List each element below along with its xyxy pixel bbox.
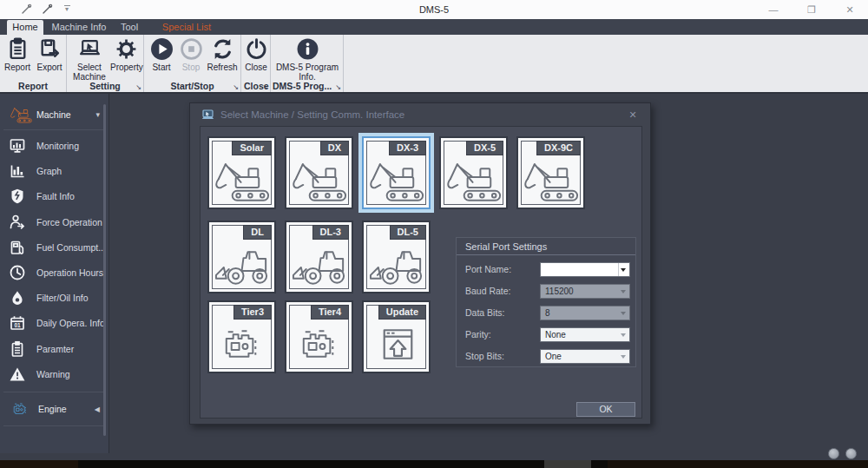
dialog-launcher-icon[interactable]: ↘ <box>135 83 141 91</box>
monitor-icon <box>9 137 26 155</box>
close-app-button-label: Close <box>245 63 267 72</box>
sidebar-item-fault-info[interactable]: Fault Info <box>0 183 108 208</box>
dialog-launcher-icon[interactable]: ↘ <box>233 83 239 91</box>
parity-label: Parity: <box>465 329 491 339</box>
maximize-button[interactable]: ❐ <box>802 0 821 19</box>
baud-rate-label: Baud Rate: <box>465 286 511 296</box>
select-machine-button-label: Select Machine <box>73 63 106 82</box>
machine-tile-solar[interactable]: Solar <box>207 136 276 209</box>
machine-tile-dx3[interactable]: DX-3 <box>362 136 431 209</box>
machine-tile-dl5[interactable]: DL-5 <box>362 221 431 293</box>
data-bits-value: 8 <box>545 308 550 318</box>
update-art <box>367 320 429 370</box>
close-button[interactable]: ✕ <box>840 0 859 19</box>
dms5-window: ▾ DMS-5 — ❐ ✕ Home Machine Info Tool Spe… <box>0 0 868 468</box>
tile-label: DL-3 <box>312 225 349 240</box>
chevron-down-icon <box>621 333 626 337</box>
machine-tile-dx9c[interactable]: DX-9C <box>516 136 585 209</box>
title-bar: ▾ DMS-5 — ❐ ✕ <box>0 0 868 19</box>
sidebar-item-parameter[interactable]: Paramter <box>0 336 108 361</box>
taskbar-segment <box>0 460 78 468</box>
sidebar-item-label: Fault Info <box>36 191 75 201</box>
chevron-down-icon <box>621 290 626 293</box>
start-button[interactable]: Start <box>148 37 175 72</box>
main-content: Machine ▾ Monitoring Graph Fa <box>0 94 868 460</box>
ribbon-tab-bar: Home Machine Info Tool Special List Mode <box>0 19 868 35</box>
dialog-close-icon[interactable]: ✕ <box>626 108 640 122</box>
stop-button: Stop <box>177 37 205 72</box>
sidebar-item-daily-operation-info[interactable]: 01 Daily Opera. Info <box>0 310 108 335</box>
ribbon-group-start-stop: Start Stop Refresh Start/Stop ↘ <box>144 35 241 92</box>
sidebar-section-engine[interactable]: Engine ◀ <box>0 395 108 423</box>
tab-home[interactable]: Home <box>7 20 43 35</box>
export-icon <box>38 37 62 61</box>
ribbon-group-start-stop-label: Start/Stop <box>144 81 240 91</box>
machine-tile-dl[interactable]: DL <box>207 221 276 293</box>
tab-special-list-mode[interactable]: Special List Mode <box>149 20 224 35</box>
refresh-icon <box>211 37 234 61</box>
sidebar-item-monitoring[interactable]: Monitoring <box>0 133 108 158</box>
tab-tool[interactable]: Tool <box>115 20 144 35</box>
property-button[interactable]: Property <box>110 37 141 72</box>
dialog-launcher-icon[interactable]: ↘ <box>262 83 268 91</box>
machine-tile-update[interactable]: Update <box>362 300 431 373</box>
sidebar-item-operation-hours[interactable]: Operation Hours <box>0 260 108 285</box>
status-indicator-dot <box>845 448 857 459</box>
bar-chart-icon <box>9 162 26 180</box>
status-indicator-dot <box>828 448 839 459</box>
ok-button[interactable]: OK <box>576 402 635 417</box>
sidebar-item-filter-oil-info[interactable]: Filter/Oil Info <box>0 285 108 310</box>
taskbar-segment <box>608 460 868 468</box>
port-name-dropdown[interactable] <box>540 262 630 277</box>
sidebar-scrollbar[interactable] <box>103 104 106 436</box>
sidebar-item-fuel-consumption[interactable]: Fuel Consumpt... <box>0 234 108 260</box>
collapse-left-icon[interactable]: ◀ <box>95 405 100 413</box>
close-app-button[interactable]: Close <box>242 37 270 72</box>
tile-label: DX <box>320 141 349 155</box>
dialog-launcher-icon[interactable]: ↘ <box>335 83 341 91</box>
stop-button-label: Stop <box>182 63 201 72</box>
tab-machine-info[interactable]: Machine Info <box>48 20 110 35</box>
warning-triangle-icon <box>9 366 26 383</box>
ribbon-group-dms5-label: DMS-5 Prog... <box>271 81 343 91</box>
engine-art <box>213 320 274 370</box>
machine-tile-tier3[interactable]: Tier3 <box>207 300 276 373</box>
excavator-art <box>444 155 506 206</box>
machine-tile-dl3[interactable]: DL-3 <box>285 221 353 293</box>
refresh-button[interactable]: Refresh <box>205 37 240 72</box>
sidebar-item-label: Operation Hours <box>36 267 103 278</box>
tile-label: DL-5 <box>390 225 426 240</box>
machine-tile-tier4[interactable]: Tier4 <box>285 300 353 373</box>
tile-label: Solar <box>232 141 272 155</box>
sidebar-item-label: Force Operation <box>36 217 102 227</box>
machine-tile-dx[interactable]: DX <box>285 136 353 209</box>
ribbon-group-close: Close Close ↘ <box>241 35 271 92</box>
select-machine-button[interactable]: Select Machine <box>70 37 108 82</box>
minimize-button[interactable]: — <box>764 0 783 19</box>
loader-art <box>290 240 352 290</box>
report-icon <box>6 37 30 61</box>
clipboard-list-icon <box>9 340 26 358</box>
sidebar-header-machine[interactable]: Machine ▾ <box>0 101 108 129</box>
tile-label: Update <box>378 305 426 320</box>
machine-tile-dx5[interactable]: DX-5 <box>439 136 508 209</box>
report-button[interactable]: Report <box>2 37 33 72</box>
sidebar-item-graph[interactable]: Graph <box>0 158 108 183</box>
dms5-program-info-button[interactable]: DMS-5 Program Info. <box>273 37 342 82</box>
sidebar-header-label: Machine <box>36 109 71 120</box>
excavator-art <box>522 155 583 206</box>
sidebar-item-warning[interactable]: Warning <box>0 361 108 386</box>
sidebar-item-force-operation[interactable]: Force Operation <box>0 209 108 234</box>
excavator-art <box>290 155 352 206</box>
stop-bits-dropdown: One <box>540 349 630 364</box>
ribbon-group-report: Report Export Report <box>0 35 67 92</box>
sidebar-item-label: Graph <box>36 166 62 176</box>
engine-art <box>290 320 352 370</box>
excavator-art <box>213 155 274 206</box>
chevron-down-icon <box>621 268 626 272</box>
sidebar-engine-label: Engine <box>38 404 67 414</box>
taskbar-sliver <box>0 460 868 468</box>
taskbar-segment <box>544 460 591 468</box>
export-button[interactable]: Export <box>34 37 65 72</box>
chevron-down-icon[interactable]: ▾ <box>95 110 100 119</box>
